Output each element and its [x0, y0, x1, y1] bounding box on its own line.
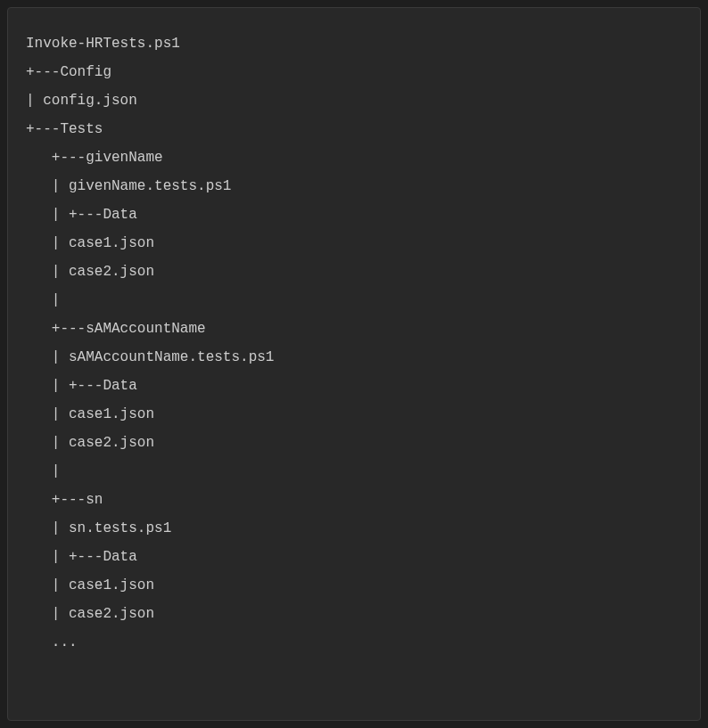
tree-line: Invoke-HRTests.ps1	[26, 29, 682, 58]
tree-line: | case2.json	[26, 600, 682, 628]
tree-line: | givenName.tests.ps1	[26, 172, 682, 200]
tree-line: +---sAMAccountName	[26, 315, 682, 343]
code-block: Invoke-HRTests.ps1 +---Config | config.j…	[7, 7, 701, 721]
tree-line: | +---Data	[26, 543, 682, 571]
tree-line: +---givenName	[26, 143, 682, 172]
tree-line: +---Tests	[26, 115, 682, 143]
tree-line: ...	[26, 628, 682, 657]
tree-line: +---Config	[26, 58, 682, 86]
tree-line: +---sn	[26, 486, 682, 514]
tree-line: | case2.json	[26, 429, 682, 457]
tree-line: | case1.json	[26, 229, 682, 258]
tree-line: | sn.tests.ps1	[26, 514, 682, 543]
tree-line: |	[26, 457, 682, 486]
tree-line: | sAMAccountName.tests.ps1	[26, 343, 682, 372]
tree-line: |	[26, 286, 682, 315]
tree-line: | config.json	[26, 86, 682, 115]
tree-line: | case1.json	[26, 400, 682, 429]
tree-line: | case1.json	[26, 571, 682, 600]
tree-line: | +---Data	[26, 372, 682, 400]
tree-line: | +---Data	[26, 200, 682, 229]
tree-line: | case2.json	[26, 258, 682, 286]
